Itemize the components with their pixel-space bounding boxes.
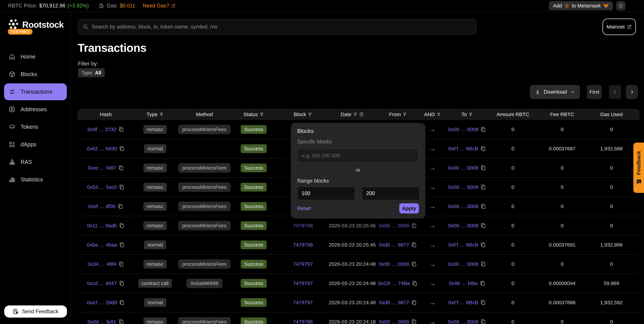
- tx-hash-link[interactable]: 0x53 … 5ac0: [87, 184, 117, 190]
- copy-icon[interactable]: [119, 222, 124, 229]
- tx-hash-link[interactable]: 0x9f … 3732: [88, 126, 116, 132]
- method-cell: processMinersFees: [180, 125, 229, 134]
- tx-hash-link[interactable]: 0x34 … 48f4: [88, 261, 116, 267]
- tx-hash-link[interactable]: 0xef … df30: [88, 204, 116, 209]
- sidebar-item-statistics[interactable]: Statistics: [0, 171, 70, 188]
- block-link[interactable]: 7479797: [293, 261, 313, 267]
- table-row: 0x11 … 9adb remasc processMinersFees Suc…: [78, 216, 640, 236]
- copy-icon[interactable]: [480, 184, 486, 190]
- sidebar-item-tokens[interactable]: Tokens: [0, 118, 70, 136]
- from-address-link[interactable]: 0xd0 … 9877: [379, 300, 409, 306]
- tx-hash-link[interactable]: 0x11 … 9adb: [87, 223, 117, 228]
- copy-icon[interactable]: [480, 203, 486, 210]
- status-cell: Success: [229, 318, 278, 324]
- add-to-metamask-button[interactable]: Add to Metamask: [549, 1, 613, 10]
- range-from-input[interactable]: [297, 187, 355, 200]
- block-link[interactable]: 7479796: [293, 319, 313, 324]
- copy-icon[interactable]: [119, 146, 125, 152]
- copy-icon[interactable]: [119, 280, 124, 286]
- copy-icon[interactable]: [480, 126, 486, 132]
- copy-icon[interactable]: [118, 203, 123, 210]
- copy-icon[interactable]: [480, 300, 486, 306]
- copy-icon[interactable]: [119, 184, 124, 190]
- copy-icon[interactable]: [480, 280, 485, 286]
- col-header-type[interactable]: Type: [130, 112, 180, 117]
- to-address-link[interactable]: 0x00 … 0008: [448, 319, 478, 324]
- copy-icon[interactable]: [118, 261, 124, 267]
- block-link[interactable]: 7479797: [293, 280, 313, 286]
- copy-icon[interactable]: [119, 300, 125, 306]
- status-badge: Success: [241, 125, 266, 134]
- copy-icon[interactable]: [480, 165, 486, 171]
- next-page-button[interactable]: [626, 85, 638, 99]
- to-address-link[interactable]: 0x46 … f48a: [449, 280, 478, 286]
- search-input[interactable]: [92, 24, 471, 30]
- col-header-and[interactable]: AND: [419, 112, 446, 117]
- send-feedback-button[interactable]: Send Feedback: [4, 306, 67, 318]
- copy-icon[interactable]: [119, 242, 125, 248]
- sidebar-item-home[interactable]: Home: [0, 48, 70, 66]
- tx-hash-link[interactable]: 0xec … f487: [88, 165, 116, 171]
- mainnet-button[interactable]: Mainnet: [602, 18, 636, 35]
- from-address-link[interactable]: 0x00 … 0000: [379, 223, 409, 228]
- copy-icon[interactable]: [412, 280, 418, 286]
- copy-icon[interactable]: [411, 222, 417, 229]
- sidebar-item-blocks[interactable]: Blocks: [0, 66, 70, 83]
- copy-icon[interactable]: [480, 319, 486, 324]
- to-address-link[interactable]: 0xFf … 6BcB: [448, 242, 478, 248]
- copy-icon[interactable]: [411, 319, 417, 324]
- tx-hash-link[interactable]: 0xba … 4baa: [87, 242, 117, 248]
- block-link[interactable]: 7479797: [293, 300, 313, 306]
- to-address-link[interactable]: 0xFf … 6BcB: [448, 300, 478, 306]
- col-header-from[interactable]: From: [377, 112, 419, 117]
- to-address-link[interactable]: 0xFf … 6BcB: [448, 146, 478, 152]
- tx-hash-link[interactable]: 0x62 … b930: [87, 146, 117, 152]
- copy-icon[interactable]: [480, 222, 486, 229]
- block-link[interactable]: 7479798: [293, 223, 313, 228]
- fee-cell: 0.00000044: [538, 280, 587, 286]
- from-address-link[interactable]: 0xd0 … 9877: [379, 242, 409, 248]
- from-address-link[interactable]: 0x00 … 0000: [379, 319, 409, 324]
- download-button[interactable]: Download: [530, 85, 580, 99]
- to-address-link[interactable]: 0x00 … 0008: [448, 261, 478, 267]
- sidebar-item-dapps[interactable]: dApps: [0, 136, 70, 153]
- from-address-link[interactable]: 0xC6 … 74Ba: [378, 280, 410, 286]
- tx-hash-link[interactable]: 0x0d … fe91: [88, 319, 116, 324]
- to-address-link[interactable]: 0x00 … 0008: [448, 165, 478, 171]
- specific-blocks-input[interactable]: [297, 148, 419, 163]
- from-address-link[interactable]: 0x00 … 0000: [379, 261, 409, 267]
- sidebar-item-transactions[interactable]: Transactions: [4, 83, 67, 100]
- copy-icon[interactable]: [480, 261, 486, 267]
- copy-icon[interactable]: [118, 126, 124, 132]
- copy-icon[interactable]: [480, 242, 486, 248]
- range-to-input[interactable]: [362, 187, 420, 200]
- col-header-to[interactable]: To: [446, 112, 488, 117]
- copy-icon[interactable]: [411, 261, 417, 267]
- sidebar-item-ras[interactable]: RAS: [0, 153, 70, 171]
- sidebar-item-addresses[interactable]: Addresses: [0, 100, 70, 118]
- fee-cell: 0: [538, 165, 587, 171]
- block-link[interactable]: 7479798: [293, 242, 313, 248]
- col-header-block[interactable]: Block: [278, 112, 328, 117]
- to-address-link[interactable]: 0x00 … 0008: [448, 223, 478, 228]
- to-address-link[interactable]: 0x00 … 0008: [448, 184, 478, 190]
- copy-icon[interactable]: [118, 319, 124, 324]
- apply-button[interactable]: Apply: [399, 203, 419, 214]
- copy-icon[interactable]: [118, 165, 124, 171]
- type-filter-chip[interactable]: Type: All: [78, 68, 105, 77]
- to-address-link[interactable]: 0x00 … 0008: [448, 204, 478, 209]
- tx-hash-link[interactable]: 0xa7 … 28d9: [87, 300, 117, 306]
- col-header-date[interactable]: Date: [328, 112, 377, 117]
- rootstock-toggle-button[interactable]: [616, 1, 626, 10]
- to-address-link[interactable]: 0x00 … 0008: [448, 126, 478, 132]
- copy-icon[interactable]: [411, 242, 417, 248]
- first-page-button[interactable]: First: [587, 85, 602, 99]
- need-gas-link[interactable]: Need Gas?: [143, 3, 176, 9]
- reset-link[interactable]: Reset: [297, 205, 311, 212]
- feedback-tab[interactable]: Feedback: [633, 142, 644, 193]
- col-header-status[interactable]: Status: [229, 112, 278, 117]
- prev-page-button[interactable]: [609, 85, 621, 99]
- copy-icon[interactable]: [411, 300, 417, 306]
- tx-hash-link[interactable]: 0xcd … d447: [87, 280, 117, 286]
- copy-icon[interactable]: [480, 146, 486, 152]
